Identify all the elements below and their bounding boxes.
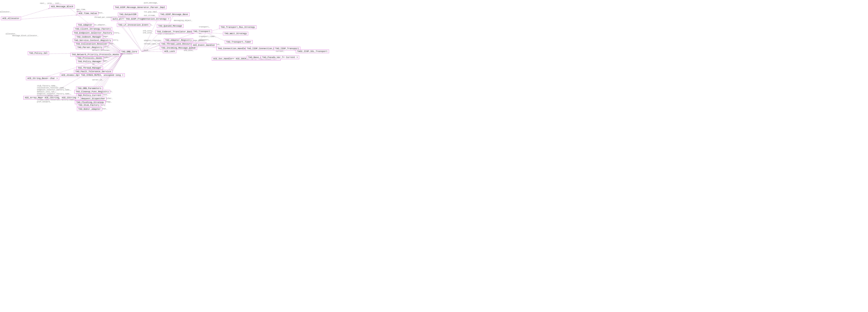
label-orb-core-right2: orb_core_ <box>184 50 194 52</box>
node-tao-pseudo-var-t-current[interactable]: TAO_Pseudo_Var_T< Current > <box>261 56 299 59</box>
label-next-prev: next_, prev_, cont_, <box>40 2 62 4</box>
node-tao-client-strategy-factory[interactable]: TAO_Client_Strategy_Factory <box>74 27 112 31</box>
node-tao-giop-fragmentation-strategy[interactable]: auto_ptr< TAO_GIOP_Fragmentation_Strateg… <box>111 17 171 21</box>
node-tao-collocation-resolver[interactable]: TAO_Collocation_Resolver <box>74 42 109 46</box>
node-tao-output-cdr[interactable]: TAO_OutputCDR <box>118 12 138 16</box>
node-tao-adapter[interactable]: TAO_Adapter <box>76 23 94 27</box>
node-ace-event-handler[interactable]: ACE_Event_Handler <box>191 43 217 47</box>
label-pos-adapter: pos_adapter_ <box>93 24 106 26</box>
node-tao-parser-registry[interactable]: TAO_Parser_Registry <box>76 45 104 49</box>
diagram-edges <box>0 0 868 312</box>
node-ace-allocator[interactable]: ACE_Allocator <box>1 17 21 20</box>
label-put4-message: put4_message_ <box>144 2 158 4</box>
node-tao-connection-handler[interactable]: TAO_Connection_Handler <box>216 47 248 50</box>
node-tao-protocols-hooks[interactable]: TAO_Protocols_Hooks <box>76 56 104 60</box>
label-current: current_ <box>276 50 284 52</box>
node-tao-lf-invocation-event[interactable]: TAO_LF_Invocation_Event <box>117 23 150 27</box>
label-allocator-left: allocator_ <box>6 33 17 35</box>
node-ace-lock[interactable]: ACE_Lock <box>163 50 176 53</box>
node-tao-giop-message-base[interactable]: TAO_GIOP_Message_Base <box>159 12 189 16</box>
label-transport-2: transport_ <box>199 39 210 41</box>
node-tao-transport-mux-strategy[interactable]: TAO_Transport_Mux_Strategy <box>219 25 256 29</box>
node-tao-fault-tolerance-service[interactable]: TAO_Fault_Tolerance_Service <box>74 70 112 73</box>
label-allocator-top: allocator_ <box>0 11 11 13</box>
node-tao-codeset-translator-base[interactable]: TAO_Codeset_Translator_Base <box>155 30 194 34</box>
node-tao-stub-factory[interactable]: TAO_Stub_Factory <box>77 103 101 107</box>
node-tao-service-context-registry[interactable]: TAO_Service_Context_Registry <box>73 38 113 42</box>
label-out-stream: out_stream_ <box>144 14 156 17</box>
label-stub-fields: stub_factory_name_,collocation_resolver_… <box>37 85 76 103</box>
node-tao2-iiop-ssl-transport[interactable]: TAO2_IIOP_SSL_Transport <box>296 50 329 53</box>
svg-line-37 <box>142 32 160 52</box>
node-tao-queued-message[interactable]: TAO_Queued_Message <box>157 24 184 28</box>
label-tm: tm_ <box>92 63 95 65</box>
node-ace-message-block[interactable]: ACE_Message_Block <box>50 5 75 8</box>
label-transport-timer: transport_timer_ <box>199 36 216 38</box>
node-tao-bidir-adapter[interactable]: TAO_BiDir_Adapter <box>77 107 102 111</box>
svg-line-29 <box>122 26 142 52</box>
node-tao-giop-message-generator-parser-impl[interactable]: TAO_GIOP_Message_Generator_Parser_Impl <box>114 6 166 9</box>
node-tao-policy-manager[interactable]: TAO_Policy_Manager <box>76 60 103 63</box>
node-ace-atomic-op[interactable]: ACE_Atomic_Op< TAO_SYNCH_MUTEX, unsigned… <box>60 73 125 77</box>
node-tao-codeset-manager[interactable]: TAO_Codeset_Manager <box>75 35 103 39</box>
node-ace-array-map[interactable]: ACE_Array_Map< ACE_CString, ACE_CString … <box>23 96 80 99</box>
diagram-container: next_, prev_, cont_, message_block_alloc… <box>0 0 868 312</box>
label-message-block-allocator: message_block_allocator_ <box>12 35 38 37</box>
node-ace-string-base-char[interactable]: ACE_String_Base< char > <box>26 76 59 80</box>
label-messaging-object: messaging_object_ <box>174 20 192 22</box>
label-tss-gsp-impl: tss_gsp_impl_ <box>144 11 158 13</box>
node-tao-orb-parameters[interactable]: TAO_ORB_Parameters <box>76 87 103 90</box>
label-transport-1: transport_ <box>199 26 210 28</box>
node-tao-network-priority-protocols-hooks[interactable]: TAO_Network_Priority_Protocols_Hooks <box>70 53 121 56</box>
node-tao-adapter-registry[interactable]: TAO_Adapter_Registry <box>164 38 193 42</box>
node-tao-orb-core[interactable]: TAO_ORB_Core <box>120 50 138 54</box>
node-tao-transport-timer[interactable]: TAO_Transport_Timer <box>225 40 253 44</box>
label-lock: lock_ <box>144 50 149 52</box>
label-server-id: server_id_ <box>92 79 103 81</box>
node-ace-time-value[interactable]: ACE_Time_Value <box>77 11 98 15</box>
node-tao-cleanup-func-registry[interactable]: TAO_Cleanup_Func_Registry <box>74 90 110 94</box>
node-tao-endpoint-selector-factory[interactable]: TAO_Endpoint_Selector_Factory <box>72 31 114 35</box>
node-tao-transport[interactable]: TAO_Transport <box>192 30 212 33</box>
label-default-policies: default_policies_ <box>92 50 111 51</box>
node-tao-policy-set[interactable]: TAO_Policy_Set <box>28 51 49 55</box>
node-tao-policy-current[interactable]: TAO_Policy_Current <box>76 94 103 97</box>
label-orb-core-mid2: orb_core_ <box>143 32 153 34</box>
label-adapter-registry: adapter_registry_ <box>144 39 162 41</box>
label-orb-core-mid: orb_core_ <box>143 30 153 32</box>
node-tao-thread-manager[interactable]: TAO_Thread_Manager <box>76 66 103 70</box>
node-tao-wait-strategy[interactable]: TAO_Wait_Strategy <box>223 32 248 35</box>
